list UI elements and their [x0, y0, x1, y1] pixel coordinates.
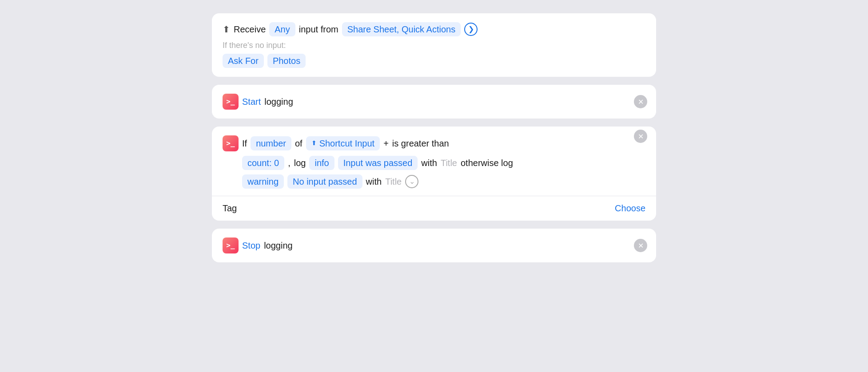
pill-count[interactable]: count: 0 — [242, 156, 284, 170]
if-card-row1: >_ If number of ⬆ Shortcut Input + is gr… — [223, 135, 645, 151]
logging-label-start: logging — [264, 95, 293, 108]
receive-card-row: ⬆ Receive Any input from Share Sheet, Qu… — [223, 22, 645, 36]
pill-share-sheet[interactable]: Share Sheet, Quick Actions — [342, 22, 461, 36]
if-no-input-label: If there's no input: — [223, 41, 286, 50]
input-from-label: input from — [299, 23, 338, 36]
stop-card-row: >_ Stop logging — [223, 237, 645, 253]
pill-warning[interactable]: warning — [242, 174, 284, 189]
stop-card-close-button[interactable]: ✕ — [634, 239, 647, 252]
pill-any[interactable]: Any — [269, 22, 295, 36]
pill-title2[interactable]: Title — [385, 175, 402, 188]
if-card-content: >_ If number of ⬆ Shortcut Input + is gr… — [212, 127, 656, 196]
if-card-row3: warning No input passed with Title ⌄ — [223, 174, 645, 189]
start-card-close-button[interactable]: ✕ — [634, 95, 647, 108]
no-input-section: If there's no input: Ask For Photos — [223, 41, 645, 68]
start-label: Start — [242, 95, 261, 108]
expand-button[interactable]: ❯ — [464, 23, 478, 36]
choose-link[interactable]: Choose — [615, 203, 645, 214]
otherwise-log-label: otherwise log — [461, 157, 513, 169]
pill-info[interactable]: info — [309, 156, 334, 170]
stop-card: >_ Stop logging ✕ — [212, 229, 656, 262]
if-label: If — [242, 137, 247, 150]
tag-label: Tag — [223, 203, 237, 214]
start-card-row: >_ Start logging — [223, 94, 645, 110]
plus-label: + — [383, 137, 389, 150]
receive-label: Receive — [234, 23, 266, 36]
with-label2: with — [366, 175, 382, 188]
pill-number[interactable]: number — [251, 136, 291, 150]
receive-card: ⬆ Receive Any input from Share Sheet, Qu… — [212, 13, 656, 77]
if-card: >_ If number of ⬆ Shortcut Input + is gr… — [212, 127, 656, 221]
terminal-icon-stop: >_ — [226, 241, 235, 250]
log-label: log — [294, 157, 306, 169]
receive-icon: ⬆ — [223, 23, 230, 36]
chevron-down-button[interactable]: ⌄ — [405, 175, 418, 188]
pill-no-input-passed[interactable]: No input passed — [287, 174, 362, 189]
terminal-icon: >_ — [226, 97, 235, 107]
comma-label: , — [288, 157, 291, 169]
pill-photos[interactable]: Photos — [267, 54, 306, 68]
tag-row: Tag Choose — [223, 203, 645, 214]
pill-input-was-passed[interactable]: Input was passed — [338, 156, 418, 170]
is-greater-label: is greater than — [392, 137, 449, 150]
start-card: >_ Start logging ✕ — [212, 85, 656, 119]
shortcut-input-icon: ⬆ — [311, 139, 317, 148]
stop-label: Stop — [242, 239, 260, 252]
of-label: of — [295, 137, 303, 150]
if-card-close-button[interactable]: ✕ — [634, 130, 647, 143]
if-icon-box: >_ — [223, 135, 239, 151]
tag-section: Tag Choose — [212, 196, 656, 221]
if-card-row2: count: 0 , log info Input was passed wit… — [223, 156, 645, 170]
start-icon-box: >_ — [223, 94, 239, 110]
no-input-actions-row: Ask For Photos — [223, 54, 645, 68]
pill-shortcut-input[interactable]: ⬆ Shortcut Input — [306, 136, 380, 150]
terminal-icon-if: >_ — [226, 139, 235, 148]
pill-title1[interactable]: Title — [441, 157, 457, 169]
with-label1: with — [421, 157, 437, 169]
stop-icon-box: >_ — [223, 237, 239, 253]
pill-ask-for[interactable]: Ask For — [223, 54, 264, 68]
logging-label-stop: logging — [264, 239, 293, 252]
